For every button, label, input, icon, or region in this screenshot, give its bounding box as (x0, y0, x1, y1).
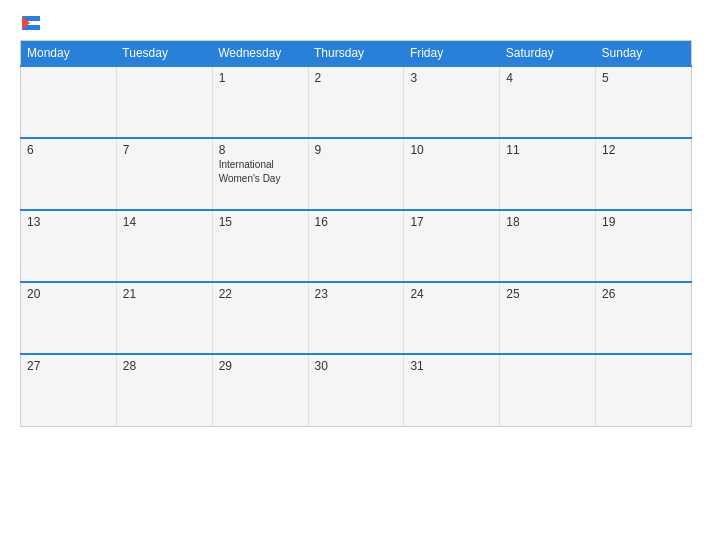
calendar-cell: 21 (116, 282, 212, 354)
day-header-friday: Friday (404, 41, 500, 67)
calendar-cell: 19 (596, 210, 692, 282)
calendar-week-2: 678International Women's Day9101112 (21, 138, 692, 210)
header (20, 16, 692, 30)
calendar-cell: 28 (116, 354, 212, 426)
day-number: 31 (410, 359, 493, 373)
day-number: 21 (123, 287, 206, 301)
day-number: 23 (315, 287, 398, 301)
calendar-cell: 30 (308, 354, 404, 426)
calendar-cell: 26 (596, 282, 692, 354)
calendar-cell: 10 (404, 138, 500, 210)
day-number: 11 (506, 143, 589, 157)
day-number: 22 (219, 287, 302, 301)
day-header-thursday: Thursday (308, 41, 404, 67)
day-number: 8 (219, 143, 302, 157)
day-number: 19 (602, 215, 685, 229)
calendar-cell: 31 (404, 354, 500, 426)
calendar-cell: 22 (212, 282, 308, 354)
day-number: 26 (602, 287, 685, 301)
calendar-cell: 11 (500, 138, 596, 210)
day-number: 28 (123, 359, 206, 373)
calendar-cell: 12 (596, 138, 692, 210)
day-number: 30 (315, 359, 398, 373)
calendar-cell: 14 (116, 210, 212, 282)
calendar-cell: 20 (21, 282, 117, 354)
calendar-cell: 7 (116, 138, 212, 210)
day-number: 15 (219, 215, 302, 229)
calendar-cell: 24 (404, 282, 500, 354)
day-number: 9 (315, 143, 398, 157)
day-number: 16 (315, 215, 398, 229)
day-number: 2 (315, 71, 398, 85)
calendar-cell (500, 354, 596, 426)
page: MondayTuesdayWednesdayThursdayFridaySatu… (0, 0, 712, 550)
calendar-header-row: MondayTuesdayWednesdayThursdayFridaySatu… (21, 41, 692, 67)
calendar-cell: 5 (596, 66, 692, 138)
day-number: 12 (602, 143, 685, 157)
calendar-cell: 13 (21, 210, 117, 282)
calendar-week-5: 2728293031 (21, 354, 692, 426)
logo-flag-icon (22, 16, 40, 30)
calendar-cell (596, 354, 692, 426)
calendar-cell (21, 66, 117, 138)
calendar-cell: 16 (308, 210, 404, 282)
calendar-week-1: 12345 (21, 66, 692, 138)
day-number: 5 (602, 71, 685, 85)
calendar-cell: 6 (21, 138, 117, 210)
logo (20, 16, 40, 30)
day-header-wednesday: Wednesday (212, 41, 308, 67)
calendar-cell: 4 (500, 66, 596, 138)
calendar-cell: 29 (212, 354, 308, 426)
calendar-table: MondayTuesdayWednesdayThursdayFridaySatu… (20, 40, 692, 427)
calendar-cell: 8International Women's Day (212, 138, 308, 210)
calendar-cell: 25 (500, 282, 596, 354)
calendar-cell (116, 66, 212, 138)
day-header-tuesday: Tuesday (116, 41, 212, 67)
calendar-cell: 15 (212, 210, 308, 282)
day-header-sunday: Sunday (596, 41, 692, 67)
calendar-week-4: 20212223242526 (21, 282, 692, 354)
day-number: 17 (410, 215, 493, 229)
calendar-week-3: 13141516171819 (21, 210, 692, 282)
day-header-monday: Monday (21, 41, 117, 67)
day-number: 27 (27, 359, 110, 373)
calendar-cell: 23 (308, 282, 404, 354)
day-number: 18 (506, 215, 589, 229)
day-number: 20 (27, 287, 110, 301)
calendar-cell: 3 (404, 66, 500, 138)
day-event: International Women's Day (219, 159, 281, 184)
day-number: 29 (219, 359, 302, 373)
day-number: 13 (27, 215, 110, 229)
calendar-cell: 18 (500, 210, 596, 282)
day-number: 1 (219, 71, 302, 85)
day-number: 24 (410, 287, 493, 301)
calendar-cell: 9 (308, 138, 404, 210)
calendar-cell: 2 (308, 66, 404, 138)
day-number: 6 (27, 143, 110, 157)
day-number: 3 (410, 71, 493, 85)
day-number: 25 (506, 287, 589, 301)
calendar-cell: 1 (212, 66, 308, 138)
day-number: 14 (123, 215, 206, 229)
day-number: 7 (123, 143, 206, 157)
calendar-cell: 17 (404, 210, 500, 282)
day-header-saturday: Saturday (500, 41, 596, 67)
day-number: 10 (410, 143, 493, 157)
calendar-cell: 27 (21, 354, 117, 426)
day-number: 4 (506, 71, 589, 85)
